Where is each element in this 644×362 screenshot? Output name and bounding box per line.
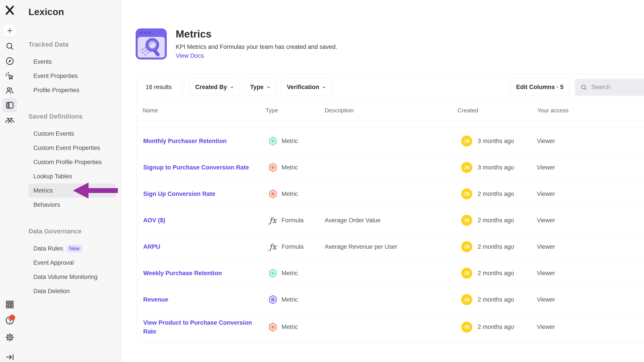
sidebar-item-data-volume-monitoring[interactable]: Data Volume Monitoring: [28, 270, 116, 284]
metric-name-link[interactable]: View Product to Purchase Conversion Rate: [143, 318, 261, 336]
sidebar-section-label: Tracked Data: [28, 40, 121, 48]
creator-avatar: JB: [461, 215, 472, 226]
sidebar-item-events[interactable]: Events: [28, 55, 116, 69]
lexicon-sidebar: Lexicon Tracked DataEventsEvent Properti…: [20, 0, 122, 362]
access-level: Viewer: [537, 190, 555, 197]
table-row: ARPUƒxFormulaAverage Revenue per UserJB2…: [136, 234, 644, 260]
table-row: Monthly Purchaser Retention MetricJB3 mo…: [136, 128, 644, 154]
compass-icon[interactable]: [5, 56, 15, 66]
metric-name-link[interactable]: ARPU: [143, 242, 160, 251]
creator-avatar: JB: [461, 322, 472, 333]
sidebar-item-custom-events[interactable]: Custom Events: [28, 127, 116, 141]
activity-cursor-icon[interactable]: [5, 71, 15, 81]
sidebar-item-data-deletion[interactable]: Data Deletion: [28, 284, 116, 298]
annotation-arrow-shaft: [88, 188, 118, 193]
sidebar-item-profile-properties[interactable]: Profile Properties: [28, 83, 116, 97]
type-label: Formula: [282, 217, 304, 224]
metric-name-link[interactable]: Signup to Purchase Conversion Rate: [143, 163, 249, 172]
hexagon-orange-metric-icon: [268, 189, 278, 199]
creator-avatar: JB: [461, 162, 472, 173]
create-new-button[interactable]: [4, 24, 16, 37]
sidebar-item-custom-profile-properties[interactable]: Custom Profile Properties: [28, 155, 116, 169]
metric-name-link[interactable]: Weekly Purchase Retention: [143, 269, 222, 278]
hexagon-orange-metric-icon: [268, 322, 278, 332]
sidebar-item-custom-event-properties[interactable]: Custom Event Properties: [28, 141, 116, 155]
type-label: Formula: [282, 243, 304, 250]
edit-columns-button[interactable]: Edit Columns · 5: [510, 79, 570, 96]
access-level: Viewer: [537, 270, 555, 277]
created-time: 3 months ago: [478, 164, 514, 171]
annotation-arrow: [73, 182, 88, 198]
mixpanel-logo-icon[interactable]: [4, 4, 16, 16]
sidebar-item-event-approval[interactable]: Event Approval: [28, 256, 116, 270]
metric-name-link[interactable]: Revenue: [143, 295, 168, 304]
sidebar-title: Lexicon: [28, 7, 121, 17]
access-level: Viewer: [537, 138, 555, 145]
sidebar-item-label: Profile Properties: [33, 87, 80, 94]
search-icon[interactable]: [5, 41, 15, 51]
table-row: Signup to Purchase Conversion Rate Metri…: [136, 154, 644, 181]
sidebar-item-label: Metrics: [33, 187, 53, 194]
metrics-app-icon: [136, 28, 167, 59]
column-header-name: Name: [142, 101, 158, 120]
lexicon-page: Lexicon Tracked DataEventsEvent Properti…: [0, 0, 644, 362]
apps-grid-icon[interactable]: [5, 300, 15, 309]
created-time: 2 months ago: [478, 217, 514, 224]
creator-avatar: JB: [461, 188, 472, 199]
hexagon-teal-metric-icon: [268, 268, 278, 278]
sidebar-item-lookup-tables[interactable]: Lookup Tables: [28, 169, 116, 183]
type-label: Metric: [282, 270, 298, 277]
hexagon-purple-metric-icon: [268, 295, 278, 305]
type-label: Metric: [282, 164, 298, 171]
filter-button-verification[interactable]: Verification: [281, 79, 332, 96]
sidebar-item-behaviors[interactable]: Behaviors: [28, 198, 116, 212]
column-header-description: Description: [325, 101, 354, 120]
access-level: Viewer: [537, 324, 555, 331]
access-level: Viewer: [537, 243, 555, 250]
sidebar-item-label: Data Deletion: [33, 288, 70, 295]
hexagon-orange-metric-icon: [268, 162, 278, 173]
metric-name-link[interactable]: Sign Up Conversion Rate: [143, 189, 215, 198]
metric-name-link[interactable]: AOV ($): [143, 216, 165, 225]
results-count: 16 results: [146, 84, 172, 91]
table-row: Weekly Purchase Retention MetricJB2 mont…: [136, 260, 644, 287]
sidebar-item-event-properties[interactable]: Event Properties: [28, 69, 116, 83]
filter-button-type[interactable]: Type: [244, 79, 277, 96]
type-label: Metric: [282, 138, 298, 145]
settings-gear-icon[interactable]: [5, 333, 15, 342]
collapse-panel-icon[interactable]: [5, 352, 15, 362]
search-input[interactable]: [591, 84, 640, 91]
search-box: [575, 79, 644, 96]
sidebar-item-label: Data Volume Monitoring: [33, 274, 98, 281]
search-icon: [580, 84, 587, 91]
metric-name-link[interactable]: Monthly Purchaser Retention: [143, 137, 226, 146]
chevron-down-icon: [230, 85, 234, 89]
access-level: Viewer: [537, 164, 555, 171]
app-icon-titlebar: [138, 28, 165, 37]
column-header-type: Type: [266, 101, 278, 120]
table-toolbar: 16 results Created ByTypeVerification Ed…: [136, 74, 644, 101]
sidebar-item-data-rules[interactable]: Data RulesNew: [28, 241, 116, 256]
created-time: 2 months ago: [478, 270, 514, 277]
formula-fx-icon: ƒx: [268, 242, 278, 251]
table-row: Revenue MetricJB2 months agoViewer: [136, 287, 644, 313]
created-time: 2 months ago: [478, 190, 514, 197]
help-icon[interactable]: [5, 316, 15, 325]
chevron-down-icon: [322, 85, 326, 89]
cohorts-group-icon[interactable]: [5, 116, 15, 126]
view-docs-link[interactable]: View Docs: [176, 52, 204, 59]
description-text: Average Order Value: [325, 217, 380, 224]
sidebar-item-label: Behaviors: [33, 201, 60, 208]
users-icon[interactable]: [5, 85, 15, 95]
created-time: 3 months ago: [478, 138, 514, 145]
type-label: Metric: [282, 296, 298, 303]
filter-button-created-by[interactable]: Created By: [189, 79, 240, 96]
column-header-your-access: Your access: [537, 101, 568, 120]
created-time: 2 months ago: [478, 243, 514, 250]
page-description: KPI Metrics and Formulas your team has c…: [176, 43, 337, 50]
creator-avatar: JB: [461, 294, 472, 305]
sidebar-item-label: Custom Profile Properties: [33, 159, 102, 166]
lexicon-panel-icon[interactable]: [3, 98, 17, 112]
type-label: Metric: [282, 324, 298, 331]
chevron-down-icon: [266, 85, 271, 89]
